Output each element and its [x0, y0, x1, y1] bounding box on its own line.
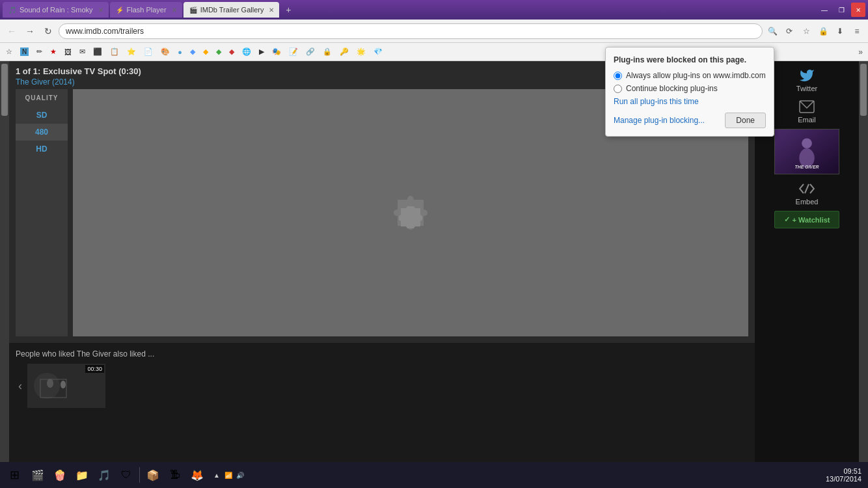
- bookmark-key[interactable]: 🔑: [336, 45, 352, 59]
- tab2-label: Flash Player: [127, 6, 167, 14]
- popup-radio2[interactable]: [614, 85, 622, 93]
- taskbar-app1[interactable]: 📦: [142, 465, 163, 485]
- bookmark-red2[interactable]: ◆: [226, 45, 237, 59]
- movie-poster: THE GIVER: [774, 129, 839, 174]
- start-button[interactable]: ⊞: [3, 465, 26, 485]
- bookmark-edit[interactable]: ✏: [33, 45, 46, 59]
- svg-text:THE GIVER: THE GIVER: [795, 165, 819, 169]
- search-icon[interactable]: 🔍: [765, 24, 780, 38]
- quality-label: QUALITY: [25, 94, 59, 102]
- taskbar-explorer[interactable]: 📁: [72, 465, 92, 485]
- bookmark-clip[interactable]: 📋: [107, 45, 122, 59]
- svg-point-8: [802, 138, 812, 148]
- tab-sound-of-rain[interactable]: 🎵 Sound of Rain : Smoky ✕: [3, 2, 109, 18]
- rec-row: ‹ 00:30: [16, 364, 748, 408]
- twitter-button[interactable]: Twitter: [795, 66, 819, 92]
- tab2-close[interactable]: ✕: [172, 7, 177, 14]
- clock-date: 13/07/2014: [826, 475, 861, 483]
- bookmark-note[interactable]: 📝: [286, 45, 301, 59]
- star-bookmark-icon[interactable]: ☆: [799, 24, 813, 38]
- taskbar-archive[interactable]: 🗜: [165, 465, 185, 485]
- taskbar-popcorn-app[interactable]: 🍿: [49, 465, 70, 485]
- popup-done-button[interactable]: Done: [725, 113, 766, 128]
- watchlist-button[interactable]: ✓ + Watchlist: [774, 211, 840, 228]
- menu-icon[interactable]: ≡: [850, 24, 864, 38]
- taskbar-clock[interactable]: 09:51 13/07/2014: [826, 467, 865, 483]
- scroll-thumb-right: [860, 64, 867, 116]
- bookmark-lock[interactable]: 🔒: [319, 45, 335, 59]
- popup-option1-label: Always allow plug-ins on www.imdb.com: [626, 71, 766, 80]
- quality-hd[interactable]: HD: [16, 141, 68, 157]
- new-tab-button[interactable]: +: [280, 2, 296, 18]
- scroll-thumb-left: [1, 64, 8, 116]
- bookmark-red[interactable]: ★: [47, 45, 60, 59]
- manage-plugins-link[interactable]: Manage plug-in blocking...: [614, 116, 705, 125]
- scrollbar-right[interactable]: [859, 61, 868, 462]
- bookmark-box[interactable]: ⬛: [90, 45, 105, 59]
- tab1-close[interactable]: ✕: [98, 7, 103, 14]
- antivirus-icon: 🛡: [121, 469, 131, 481]
- download-icon[interactable]: ⬇: [833, 24, 847, 38]
- forward-button[interactable]: →: [22, 23, 38, 39]
- minimize-button[interactable]: —: [817, 3, 832, 17]
- maximize-button[interactable]: ❐: [834, 3, 848, 17]
- quality-480[interactable]: 480: [16, 124, 68, 141]
- popup-option2[interactable]: Continue blocking plug-ins: [614, 84, 766, 93]
- taskbar-film-app[interactable]: 🎬: [27, 465, 48, 485]
- tray-icon1[interactable]: ▲: [211, 470, 222, 480]
- email-button[interactable]: Email: [795, 98, 819, 124]
- bookmark-globe[interactable]: 🌐: [239, 45, 254, 59]
- address-input[interactable]: [59, 23, 763, 39]
- quality-sd[interactable]: SD: [16, 107, 68, 124]
- taskbar-antivirus[interactable]: 🛡: [116, 465, 137, 485]
- tab-flash-player[interactable]: ⚡ Flash Player ✕: [110, 2, 182, 18]
- bookmark-doc[interactable]: 📄: [141, 45, 156, 59]
- tray-sound-icon[interactable]: 🔊: [235, 470, 245, 480]
- bookmark-green[interactable]: ◆: [213, 45, 224, 59]
- address-icons: 🔍 ⟳ ☆ 🔒 ⬇: [765, 24, 847, 38]
- bookmark-n[interactable]: N: [17, 45, 32, 59]
- tab3-close[interactable]: ✕: [269, 7, 274, 14]
- bookmark-yellow[interactable]: ◆: [200, 45, 211, 59]
- refresh-button[interactable]: ↻: [40, 23, 56, 39]
- bookmark-mail[interactable]: ✉: [76, 45, 88, 59]
- explorer-icon: 📁: [75, 469, 88, 481]
- embed-button[interactable]: Embed: [795, 180, 819, 206]
- rec-prev-arrow[interactable]: ‹: [16, 379, 25, 393]
- taskbar-separator: [139, 467, 140, 483]
- media-icon: 🎵: [98, 469, 111, 481]
- back-button[interactable]: ←: [4, 23, 20, 39]
- tray-network-icon[interactable]: 📶: [223, 470, 234, 480]
- bookmark-play[interactable]: ▶: [256, 45, 267, 59]
- bookmark-img[interactable]: 🖼: [61, 45, 75, 59]
- run-plugins-link[interactable]: Run all plug-ins this time: [614, 97, 766, 106]
- popup-radio1[interactable]: [614, 72, 622, 80]
- rec-thumbnail[interactable]: 00:30: [27, 364, 105, 408]
- close-button[interactable]: ✕: [851, 3, 865, 17]
- bookmark-gem[interactable]: 💎: [370, 45, 386, 59]
- bookmark-palette[interactable]: 🎨: [157, 45, 173, 59]
- twitter-icon: [795, 66, 819, 85]
- bookmark-sparkle[interactable]: 🌟: [353, 45, 369, 59]
- taskbar-media[interactable]: 🎵: [94, 465, 115, 485]
- rec-thumb-time: 00:30: [85, 365, 104, 373]
- bookmark-diamond[interactable]: ◆: [187, 45, 198, 59]
- tab-imdb[interactable]: 🎬 IMDb Trailer Gallery ✕: [183, 2, 280, 18]
- email-label: Email: [798, 116, 816, 124]
- bookmark-theater[interactable]: 🎭: [269, 45, 284, 59]
- bookmark-circle[interactable]: ●: [174, 45, 185, 59]
- film-app-icon: 🎬: [31, 469, 44, 481]
- plugin-popup: Plug-ins were blocked on this page. Alwa…: [605, 47, 774, 137]
- window-controls: — ❐ ✕: [817, 3, 865, 17]
- movie-poster-image: THE GIVER: [775, 129, 839, 174]
- scrollbar-left[interactable]: [0, 61, 9, 462]
- bookmark-star[interactable]: ☆: [3, 45, 16, 59]
- taskbar-browser[interactable]: 🦊: [187, 465, 208, 485]
- bookmark-link[interactable]: 🔗: [303, 45, 318, 59]
- svg-line-11: [805, 184, 809, 193]
- popcorn-app-icon: 🍿: [53, 469, 66, 481]
- recommendations-section: People who liked The Giver also liked ..…: [9, 343, 755, 414]
- bookmarks-more[interactable]: »: [856, 47, 865, 57]
- popup-option1[interactable]: Always allow plug-ins on www.imdb.com: [614, 71, 766, 80]
- bookmark-star2[interactable]: ⭐: [124, 45, 139, 59]
